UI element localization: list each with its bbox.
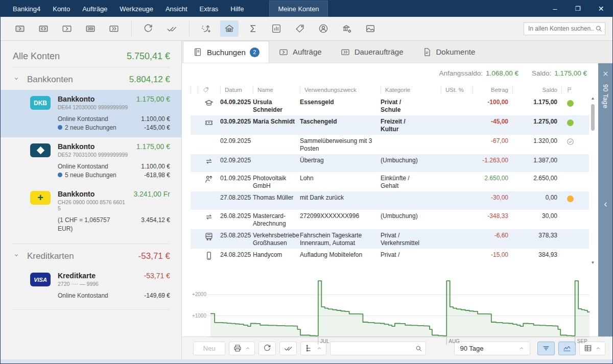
menu-extras[interactable]: Extras — [194, 1, 225, 17]
column-header[interactable]: USt. % — [441, 86, 473, 94]
saldo: Saldo:1.175,00 € — [532, 69, 587, 77]
cell-zweck: Essensgeld — [300, 98, 381, 106]
account-item[interactable]: +BankkontoCH26 0900 0000 8576 6601 53.24… — [1, 185, 181, 238]
menu-aufträge[interactable]: Aufträge — [76, 1, 113, 17]
cell-saldo: 384,93 — [512, 250, 561, 259]
table-row[interactable]: 26.08.2025Mastercard-Abrechnung272099XXX… — [191, 210, 589, 229]
chevron-down-icon[interactable] — [13, 252, 20, 259]
accounts-sidebar: Alle Konten5.750,41 €Bankkonten5.804,12 … — [1, 41, 182, 359]
table-row[interactable]: 24.08.2025HandycomAufladung Mobiltelefon… — [191, 249, 589, 266]
buchungen-icon — [193, 47, 203, 57]
global-search-input[interactable] — [528, 25, 595, 32]
column-header[interactable]: Kategorie — [381, 86, 441, 94]
bank-settings-button[interactable] — [338, 20, 356, 37]
cards-view-button[interactable] — [361, 20, 380, 37]
scroll-up-icon[interactable]: ▲ — [591, 96, 595, 101]
table-row[interactable]: 02.09.2025Übertrag(Umbuchung)-1.263,001.… — [191, 154, 589, 172]
tag-column-header[interactable] — [198, 86, 220, 94]
minimize-button[interactable]: – — [544, 1, 567, 17]
cell-ust — [441, 231, 473, 232]
tab-aufträge[interactable]: Aufträge — [269, 41, 331, 63]
status-green-dot — [567, 100, 574, 107]
tab-daueraufträge[interactable]: Daueraufträge — [331, 41, 413, 63]
cell-saldo: 1.320,00 — [512, 136, 561, 145]
category-icon — [204, 156, 214, 166]
new-transfer-button[interactable] — [11, 20, 29, 37]
side-panel-tab[interactable]: 90 Tage — [598, 63, 612, 336]
flag-column-header[interactable] — [561, 86, 583, 94]
side-panel-tab-label: 90 Tage — [602, 84, 609, 109]
close-button[interactable]: ✕ — [590, 1, 612, 17]
express-order-icon — [85, 23, 96, 34]
accounts-view-button[interactable] — [220, 20, 239, 37]
account-iban: DE52 70031000 9999999999 — [58, 152, 129, 158]
cell-name: Ursula Schneider — [253, 98, 300, 114]
menu-ansicht[interactable]: Ansicht — [159, 1, 194, 17]
column-header[interactable]: Betrag — [473, 86, 512, 94]
section-label: Kreditkarten — [27, 251, 138, 261]
cell-betrag: -15,00 — [473, 250, 512, 259]
chevron-left-icon[interactable] — [602, 201, 609, 208]
window-controls: –❐✕ — [544, 1, 612, 17]
cell-kategorie: (Umbuchung) — [381, 156, 441, 164]
column-header[interactable] — [191, 86, 198, 94]
account-detail-value: 1.100,00 € — [136, 115, 170, 124]
cell-ust — [441, 156, 473, 157]
contacts-view-button[interactable] — [314, 20, 333, 37]
account-detail-value: 1.100,00 € — [136, 162, 170, 171]
column-header[interactable]: Name — [253, 86, 300, 94]
tab-buchungen[interactable]: Buchungen2 — [183, 41, 269, 63]
account-item[interactable]: DKBBankkontoDE64 12030000 99999999991.17… — [1, 90, 181, 137]
table-row[interactable]: 01.09.2025Photovoltaik GmbHLohnEinkünfte… — [191, 172, 589, 191]
document-tab-meine-konten[interactable]: Meine Konten — [269, 1, 327, 17]
column-header[interactable]: Datum — [220, 86, 253, 94]
scroll-thumb[interactable] — [591, 104, 595, 131]
internal-transfer-button[interactable] — [34, 20, 53, 37]
section-kreditkarten[interactable]: Kreditkarten-53,71 € — [1, 244, 181, 266]
menu-konto[interactable]: Konto — [46, 1, 76, 17]
all-accounts-label: Alle Konten — [13, 51, 60, 62]
search-icon[interactable] — [595, 25, 603, 33]
tab-dokumente[interactable]: Dokumente — [413, 41, 485, 63]
tags-view-button[interactable] — [291, 20, 309, 37]
auto-categorize-button[interactable] — [197, 20, 215, 37]
table-scrollbar[interactable]: ▲ ▼ — [590, 96, 596, 265]
maximize-button[interactable]: ❐ — [567, 1, 590, 17]
cell-status — [561, 250, 583, 251]
confirm-all-button[interactable] — [162, 20, 181, 37]
balance-chart: +1000+2000JULAUGSEP — [186, 272, 598, 351]
account-item[interactable]: BankkontoDE52 70031000 99999999991.175,0… — [1, 137, 181, 185]
cell-datum: 24.08.2025 — [220, 250, 253, 259]
scroll-down-icon[interactable]: ▼ — [591, 260, 595, 265]
close-icon[interactable] — [602, 70, 609, 77]
table-row[interactable]: 02.09.2025Sammelüberweisung mit 3 Posten… — [191, 135, 589, 154]
express-order-button[interactable] — [81, 20, 100, 37]
main-toolbar — [1, 17, 612, 41]
table-row[interactable]: 25.08.2025Verkehrsbetriebe GroßhausenFah… — [191, 229, 589, 249]
single-order-button[interactable] — [58, 20, 76, 37]
table-row[interactable]: 04.09.2025Ursula SchneiderEssensgeldPriv… — [191, 96, 589, 115]
account-item[interactable]: VISAKreditkarte2720 ···· — 9996-53,71 €O… — [1, 266, 181, 305]
batch-order-button[interactable] — [105, 20, 123, 37]
cell-status — [561, 156, 583, 157]
flag-icon — [566, 86, 573, 93]
global-search[interactable] — [524, 22, 605, 35]
column-header[interactable]: Saldo — [512, 86, 561, 94]
section-bankkonten[interactable]: Bankkonten5.804,12 € — [1, 67, 181, 90]
menu-banking4[interactable]: Banking4 — [7, 1, 46, 17]
sum-view-button[interactable] — [244, 20, 262, 37]
bookings-table: DatumNameVerwendungszweckKategorieUSt. %… — [191, 83, 589, 266]
chevron-down-icon[interactable] — [13, 75, 20, 82]
cell-status — [561, 231, 583, 232]
all-accounts-header[interactable]: Alle Konten5.750,41 € — [1, 47, 181, 67]
menu-hilfe[interactable]: Hilfe — [224, 1, 250, 17]
table-row[interactable]: 27.08.2025Thomas Müllermit Dank zurück-3… — [191, 191, 589, 209]
tab-label: Daueraufträge — [355, 47, 404, 56]
category-icon — [204, 231, 214, 241]
refresh-button[interactable] — [139, 20, 157, 37]
column-header[interactable]: Verwendungszweck — [300, 86, 381, 94]
cell-ust — [441, 250, 473, 251]
menu-werkzeuge[interactable]: Werkzeuge — [113, 1, 159, 17]
statistics-view-button[interactable] — [267, 20, 286, 37]
table-row[interactable]: 03.09.2025Maria SchmidtTaschengeldFreize… — [191, 115, 589, 135]
